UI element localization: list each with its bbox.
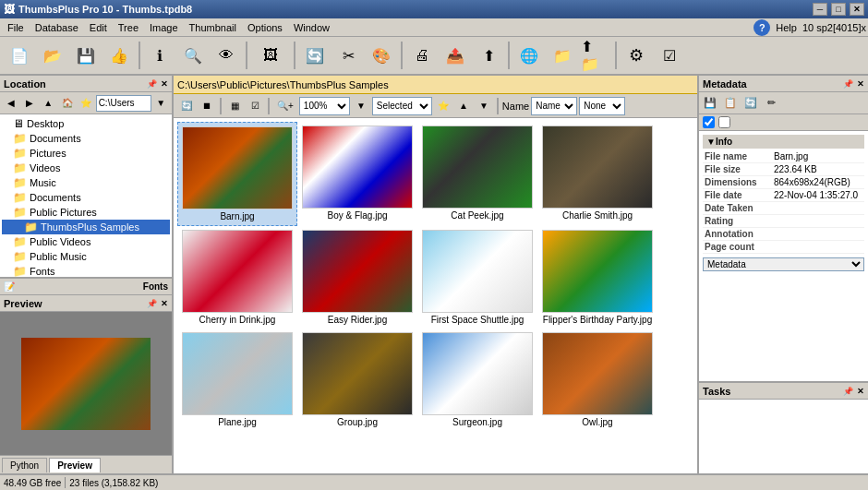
toolbar-open[interactable]: 📂	[37, 40, 68, 71]
metadata-close-icon[interactable]: ✕	[857, 79, 864, 89]
thumb-item-4[interactable]: Cherry in Drink.jpg	[177, 226, 297, 329]
thumb-item-9[interactable]: Group.jpg	[297, 329, 417, 431]
menu-database[interactable]: Database	[30, 20, 84, 35]
thumb-item-11[interactable]: Owl.jpg	[537, 329, 657, 431]
zoom-select[interactable]: 100% 75% 50%	[299, 97, 350, 115]
title-bar: 🖼 ThumbsPlus Pro 10 - Thumbs.tpdb8 ─ □ ✕	[0, 0, 868, 18]
menu-image[interactable]: Image	[144, 20, 184, 35]
minimize-button[interactable]: ─	[813, 3, 827, 16]
thumb-zoom-in[interactable]: 🔍+	[273, 97, 297, 115]
tree-item-3[interactable]: 📁Videos	[2, 161, 170, 175]
preview-close-icon[interactable]: ✕	[161, 299, 168, 308]
thumb-stop[interactable]: ⏹	[198, 97, 216, 115]
maximize-button[interactable]: □	[831, 3, 846, 16]
tree-label-2: Pictures	[30, 148, 66, 159]
toolbar-new[interactable]: 📄	[4, 40, 35, 71]
toolbar-color[interactable]: 🎨	[366, 40, 397, 71]
tree-item-4[interactable]: 📁Music	[2, 175, 170, 190]
thumb-item-7[interactable]: Flipper's Birthday Party.jpg	[537, 226, 657, 329]
thumb-item-8[interactable]: Plane.jpg	[177, 329, 297, 431]
thumb-refresh[interactable]: 🔄	[177, 97, 196, 115]
selected-filter-select[interactable]: Selected All	[372, 97, 432, 115]
location-close-icon[interactable]: ✕	[161, 79, 168, 89]
tasks-pin-icon[interactable]: 📌	[843, 387, 853, 396]
meta-btn-2[interactable]: 📋	[721, 94, 740, 113]
toolbar-folder-new[interactable]: 📁	[547, 40, 578, 71]
meta-btn-3[interactable]: 🔄	[741, 94, 760, 113]
toolbar-thumb[interactable]: 👍	[103, 40, 135, 71]
thumb-item-6[interactable]: First Space Shuttle.jpg	[417, 226, 537, 329]
sort-select[interactable]: Name Date Size	[531, 97, 577, 115]
toolbar-rotate[interactable]: 🔄	[299, 40, 331, 71]
menu-options[interactable]: Options	[242, 20, 288, 35]
thumb-up[interactable]: ▲	[454, 97, 473, 115]
menu-window[interactable]: Window	[288, 20, 335, 35]
thumb-view-grid[interactable]: ▦	[225, 97, 244, 115]
tree-item-1[interactable]: 📁Documents	[2, 131, 170, 146]
tab-python[interactable]: Python	[2, 458, 47, 472]
loc-up[interactable]: ▲	[40, 95, 57, 112]
toolbar-web[interactable]: 🌐	[513, 40, 545, 71]
metadata-checkboxes	[699, 114, 868, 131]
menu-thumbnail[interactable]: Thumbnail	[184, 20, 242, 35]
tree-item-5[interactable]: 📁Documents	[2, 190, 170, 205]
preview-pin-icon[interactable]: 📌	[147, 299, 157, 308]
thumb-view-detail[interactable]: ☑	[246, 97, 264, 115]
toolbar-settings[interactable]: ⚙	[621, 40, 652, 71]
toolbar-print[interactable]: 🖨	[406, 40, 438, 71]
meta-btn-1[interactable]: 💾	[701, 94, 719, 113]
version-label: 10 sp2[4015]x	[802, 22, 866, 33]
tree-item-10[interactable]: 📁Fonts	[2, 264, 170, 277]
thumb-item-0[interactable]: Barn.jpg	[177, 122, 297, 226]
location-pin-icon[interactable]: 📌	[147, 79, 157, 89]
loc-home[interactable]: 🏠	[58, 95, 76, 112]
preview-title: Preview	[4, 298, 42, 309]
meta-key-3: File date	[705, 190, 774, 200]
metadata-dropdown[interactable]: Metadata EXIF IPTC	[703, 257, 864, 271]
thumb-item-5[interactable]: Easy Rider.jpg	[297, 226, 417, 329]
thumb-star[interactable]: ⭐	[434, 97, 452, 115]
sort2-select[interactable]: None Ascending Descending	[579, 97, 625, 115]
thumb-down[interactable]: ▼	[475, 97, 493, 115]
tree-item-7[interactable]: 📁ThumbsPlus Samples	[2, 220, 170, 234]
meta-check-1[interactable]	[703, 116, 715, 128]
loc-forward[interactable]: ▶	[20, 95, 38, 112]
close-button[interactable]: ✕	[850, 3, 864, 16]
location-input[interactable]	[96, 95, 151, 112]
thumb-item-10[interactable]: Surgeon.jpg	[417, 329, 537, 431]
meta-val-6	[774, 229, 862, 239]
preview-content	[0, 312, 172, 455]
metadata-pin-icon[interactable]: 📌	[843, 79, 853, 89]
menu-file[interactable]: File	[2, 20, 30, 35]
toolbar-folder-up[interactable]: ⬆📁	[580, 40, 611, 71]
help-label[interactable]: Help	[776, 22, 797, 33]
toolbar-image-preview[interactable]: 🖼	[251, 40, 290, 71]
meta-btn-4[interactable]: ✏	[762, 94, 780, 113]
tree-item-6[interactable]: 📁Public Pictures	[2, 205, 170, 220]
thumb-filter[interactable]: ▼	[352, 97, 370, 115]
toolbar-eye[interactable]: 👁	[211, 40, 242, 71]
tasks-close-icon[interactable]: ✕	[857, 387, 864, 396]
loc-back[interactable]: ◀	[2, 95, 19, 112]
loc-dropdown[interactable]: ▼	[152, 95, 170, 112]
tree-item-2[interactable]: 📁Pictures	[2, 146, 170, 161]
thumb-item-3[interactable]: Charlie Smith.jpg	[537, 122, 657, 226]
meta-row-6: Annotation	[703, 228, 864, 241]
toolbar-info[interactable]: ℹ	[144, 40, 175, 71]
menu-edit[interactable]: Edit	[84, 20, 113, 35]
toolbar-export[interactable]: 📤	[440, 40, 471, 71]
toolbar-check[interactable]: ☑	[654, 40, 685, 71]
tree-item-0[interactable]: 🖥Desktop	[2, 116, 170, 131]
thumb-item-1[interactable]: Boy & Flag.jpg	[297, 122, 417, 226]
toolbar-upload[interactable]: ⬆	[473, 40, 504, 71]
tree-item-9[interactable]: 📁Public Music	[2, 249, 170, 264]
meta-check-2[interactable]	[718, 116, 730, 128]
thumb-item-2[interactable]: Cat Peek.jpg	[417, 122, 537, 226]
tree-item-8[interactable]: 📁Public Videos	[2, 234, 170, 249]
tab-preview[interactable]: Preview	[49, 458, 101, 472]
loc-star[interactable]: ⭐	[77, 95, 94, 112]
toolbar-save[interactable]: 💾	[70, 40, 102, 71]
toolbar-crop[interactable]: ✂	[332, 40, 364, 71]
toolbar-search[interactable]: 🔍	[177, 40, 209, 71]
menu-tree[interactable]: Tree	[113, 20, 144, 35]
